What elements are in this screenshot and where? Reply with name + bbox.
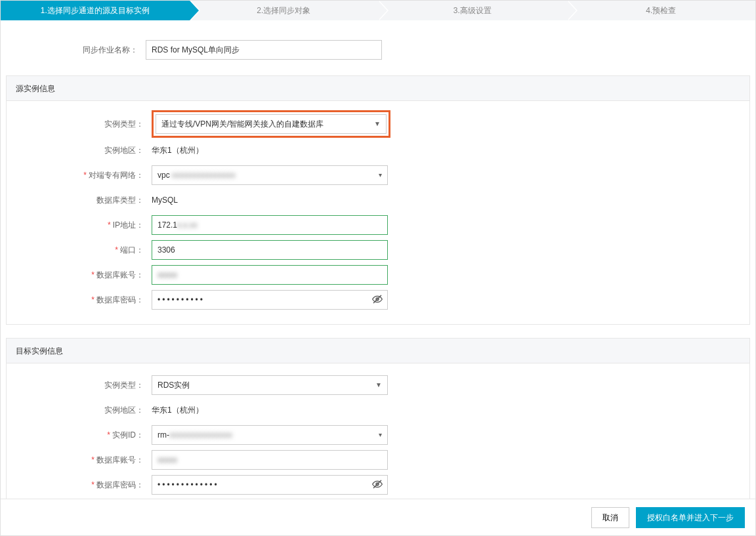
src-account-input[interactable]: xxxxx	[152, 265, 388, 285]
row-src-db-type: 数据库类型： MySQL	[7, 188, 749, 213]
tgt-instance-type-select[interactable]: RDS实例 ▼	[152, 375, 388, 395]
src-ip-input[interactable]: 172.1x.x.xx	[152, 215, 388, 235]
eye-icon[interactable]	[371, 294, 384, 306]
src-region-value: 华东1（杭州）	[152, 145, 203, 156]
chevron-down-icon: ▼	[375, 376, 382, 394]
tgt-instance-type-value: RDS实例	[158, 376, 190, 394]
row-src-instance-type: 实例类型： 通过专线/VPN网关/智能网关接入的自建数据库 ▼	[7, 110, 749, 138]
src-ip-visible: 172.1	[158, 216, 177, 234]
row-tgt-instance-type: 实例类型： RDS实例 ▼	[7, 373, 749, 398]
row-tgt-instance-id: *实例ID： rm-xxxxxxxxxxxxxxxx ▾	[7, 423, 749, 447]
row-src-peer-vpc: *对端专有网络： vpc-xxxxxxxxxxxxxxxx ▾	[7, 163, 749, 188]
label-job-name: 同步作业名称：	[1, 45, 142, 56]
form-body: 同步作业名称： 源实例信息 实例类型： 通过专线/VPN网关/智能网关接入的自建…	[1, 20, 755, 535]
src-port-input[interactable]	[152, 240, 388, 260]
section-source-title: 源实例信息	[7, 76, 749, 101]
wizard-step-2[interactable]: 2.选择同步对象	[190, 1, 379, 20]
label-src-account: *数据库账号：	[7, 270, 148, 281]
label-src-db-type: 数据库类型：	[7, 195, 148, 206]
src-peer-vpc-select[interactable]: vpc-xxxxxxxxxxxxxxxx ▾	[152, 165, 388, 185]
label-src-instance-type: 实例类型：	[7, 119, 148, 130]
row-src-port: *端口：	[7, 237, 749, 262]
section-source-body: 实例类型： 通过专线/VPN网关/智能网关接入的自建数据库 ▼ 实例地区： 华东…	[7, 101, 749, 324]
wizard-step-4[interactable]: 4.预检查	[567, 1, 756, 20]
label-src-port: *端口：	[7, 245, 148, 256]
chevron-down-icon: ▼	[374, 115, 381, 133]
wizard-step-3[interactable]: 3.高级设置	[378, 1, 567, 20]
section-target-title: 目标实例信息	[7, 339, 749, 363]
tgt-account-input[interactable]: xxxxx	[152, 450, 388, 470]
footer-bar: 取消 授权白名单并进入下一步	[1, 499, 755, 535]
highlight-instance-type: 通过专线/VPN网关/智能网关接入的自建数据库 ▼	[152, 110, 390, 138]
label-tgt-password: *数据库密码：	[7, 480, 148, 491]
row-tgt-account: *数据库账号： xxxxx	[7, 447, 749, 472]
tgt-password-input[interactable]	[152, 475, 388, 495]
section-source: 源实例信息 实例类型： 通过专线/VPN网关/智能网关接入的自建数据库 ▼	[6, 75, 750, 325]
label-tgt-instance-id: *实例ID：	[7, 430, 148, 441]
next-button[interactable]: 授权白名单并进入下一步	[636, 507, 745, 528]
tgt-account-value: xxxxx	[158, 451, 177, 469]
tgt-instance-id-prefix: rm-	[158, 426, 169, 444]
src-peer-vpc-rest: -xxxxxxxxxxxxxxxx	[170, 166, 236, 184]
src-peer-vpc-prefix: vpc	[158, 166, 170, 184]
eye-icon[interactable]	[371, 479, 384, 491]
tgt-region-value: 华东1（杭州）	[152, 405, 203, 416]
row-tgt-password: *数据库密码：	[7, 472, 749, 497]
label-tgt-instance-type: 实例类型：	[7, 380, 148, 391]
row-job-name: 同步作业名称：	[1, 37, 755, 62]
label-tgt-region: 实例地区：	[7, 405, 148, 416]
chevron-down-icon: ▾	[379, 166, 382, 184]
label-src-password: *数据库密码：	[7, 295, 148, 306]
row-src-region: 实例地区： 华东1（杭州）	[7, 138, 749, 163]
src-ip-rest: x.x.xx	[177, 216, 198, 234]
row-src-password: *数据库密码：	[7, 287, 749, 312]
label-src-region: 实例地区：	[7, 145, 148, 156]
page-root: 1.选择同步通道的源及目标实例 2.选择同步对象 3.高级设置 4.预检查 同步…	[0, 0, 756, 536]
src-instance-type-value: 通过专线/VPN网关/智能网关接入的自建数据库	[161, 115, 324, 133]
src-db-type-value: MySQL	[152, 196, 178, 205]
cancel-button[interactable]: 取消	[591, 507, 629, 528]
wizard-steps: 1.选择同步通道的源及目标实例 2.选择同步对象 3.高级设置 4.预检查	[1, 1, 755, 20]
wizard-step-1[interactable]: 1.选择同步通道的源及目标实例	[1, 1, 190, 20]
tgt-instance-id-select[interactable]: rm-xxxxxxxxxxxxxxxx ▾	[152, 425, 388, 445]
row-tgt-region: 实例地区： 华东1（杭州）	[7, 398, 749, 423]
row-src-account: *数据库账号： xxxxx	[7, 262, 749, 287]
row-src-ip: *IP地址： 172.1x.x.xx	[7, 213, 749, 237]
job-name-input[interactable]	[146, 40, 382, 60]
chevron-down-icon: ▾	[379, 426, 382, 444]
label-src-peer-vpc: *对端专有网络：	[7, 170, 148, 181]
src-account-value: xxxxx	[158, 266, 177, 284]
src-password-input[interactable]	[152, 290, 388, 310]
label-tgt-account: *数据库账号：	[7, 455, 148, 466]
label-src-ip: *IP地址：	[7, 220, 148, 231]
tgt-instance-id-rest: xxxxxxxxxxxxxxxx	[169, 426, 232, 444]
src-instance-type-select[interactable]: 通过专线/VPN网关/智能网关接入的自建数据库 ▼	[156, 114, 387, 134]
